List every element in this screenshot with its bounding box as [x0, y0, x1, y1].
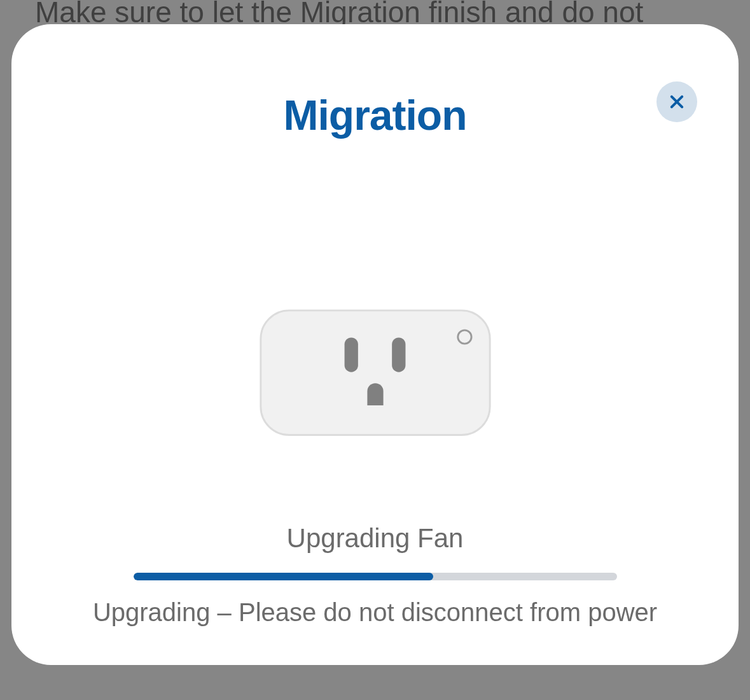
upgrade-status-text: Upgrading Fan — [287, 523, 464, 554]
svg-rect-4 — [392, 337, 405, 372]
modal-title: Migration — [284, 91, 467, 139]
migration-modal: Migration Upgrading Fan Upgrading – Plea… — [11, 24, 739, 665]
close-icon — [668, 93, 686, 111]
progress-bar — [134, 573, 617, 580]
smart-plug-icon — [254, 308, 496, 437]
close-button[interactable] — [656, 81, 697, 122]
warning-text: Upgrading – Please do not disconnect fro… — [93, 598, 657, 627]
svg-rect-2 — [260, 311, 489, 435]
svg-rect-3 — [344, 337, 358, 372]
progress-fill — [134, 573, 433, 580]
